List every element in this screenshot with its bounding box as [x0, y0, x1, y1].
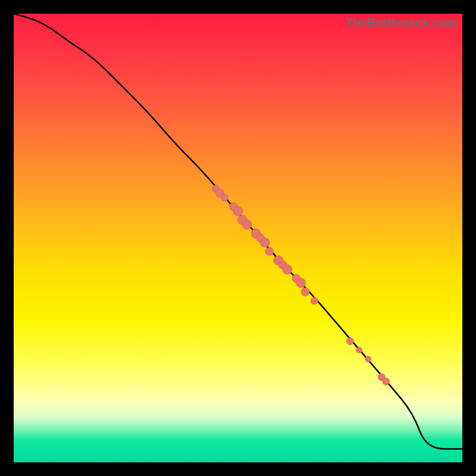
data-point	[242, 220, 252, 229]
data-point	[311, 298, 318, 305]
chart-overlay	[14, 14, 462, 462]
data-point	[365, 356, 371, 362]
bottleneck-curve	[14, 14, 462, 449]
curve-group	[14, 14, 462, 449]
data-point	[233, 206, 243, 216]
data-point	[265, 248, 274, 256]
data-point	[356, 347, 362, 353]
markers-group	[212, 185, 390, 385]
data-point	[296, 278, 306, 287]
data-point	[283, 265, 292, 274]
plot-area: TheBottleneck.com	[14, 14, 462, 462]
chart-frame: TheBottleneck.com	[0, 0, 476, 476]
data-point	[383, 378, 390, 385]
data-point	[347, 337, 354, 345]
data-point	[260, 238, 270, 248]
data-point	[221, 194, 228, 201]
data-point	[301, 288, 309, 296]
